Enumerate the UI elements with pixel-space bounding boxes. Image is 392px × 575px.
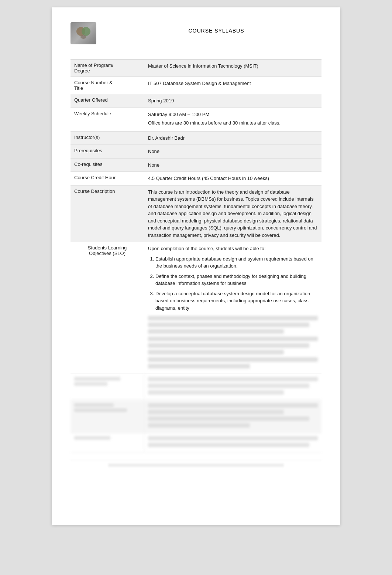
logo-image: [71, 22, 96, 44]
label-program: Name of Program/ Degree: [71, 59, 144, 76]
value-slo: Upon completion of the course, students …: [144, 242, 321, 374]
label-description: Course Description: [71, 186, 144, 242]
syllabus-table: Name of Program/ Degree Master of Scienc…: [71, 59, 321, 453]
label-prerequisites: Prerequisites: [71, 145, 144, 158]
page-footer: [71, 460, 321, 470]
page-title-area: COURSE SYLLABUS: [111, 22, 321, 34]
value-weekly-schedule: Saturday 9:00 AM – 1:00 PM Office hours …: [144, 108, 321, 131]
value-credit-hour: 4.5 Quarter Credit Hours (45 Contact Hou…: [144, 172, 321, 185]
blurred-content: [148, 316, 318, 368]
value-instructor: Dr. Ardeshir Badr: [144, 132, 321, 145]
label-weekly-schedule: Weekly Schedule: [71, 108, 144, 131]
svg-point-2: [80, 35, 86, 39]
logo-area: [71, 22, 100, 48]
table-row: Name of Program/ Degree Master of Scienc…: [71, 59, 321, 77]
table-row-slo: Students Learning Objectives (SLO) Upon …: [71, 242, 321, 374]
label-instructor: Instructor(s): [71, 132, 144, 145]
value-quarter: Spring 2019: [144, 94, 321, 108]
value-prerequisites: None: [144, 145, 321, 158]
table-row: Instructor(s) Dr. Ardeshir Badr: [71, 132, 321, 145]
blurred-value-area-3: [144, 433, 321, 452]
page-header: COURSE SYLLABUS: [71, 22, 321, 48]
label-slo: Students Learning Objectives (SLO): [71, 242, 144, 374]
table-row: Quarter Offered Spring 2019: [71, 94, 321, 108]
table-row: Course Number & Title IT 507 Database Sy…: [71, 77, 321, 94]
svg-point-1: [82, 27, 90, 36]
footer-text: [108, 463, 284, 467]
table-row: Co-requisites None: [71, 159, 321, 172]
blurred-row-3: [71, 433, 321, 453]
page-container: COURSE SYLLABUS Name of Program/ Degree …: [52, 7, 340, 525]
blurred-row-1: [71, 374, 321, 400]
slo-list: Establish appropriate database design an…: [148, 255, 318, 312]
table-row: Course Description This course is an int…: [71, 186, 321, 242]
page-title: COURSE SYLLABUS: [111, 28, 321, 34]
value-program: Master of Science in Information Technol…: [144, 59, 321, 76]
label-course-number: Course Number & Title: [71, 77, 144, 94]
blurred-label-area-3: [71, 433, 144, 452]
slo-item-2: Define the context, phases and methodolo…: [155, 273, 318, 287]
table-row: Prerequisites None: [71, 145, 321, 159]
table-row: Weekly Schedule Saturday 9:00 AM – 1:00 …: [71, 108, 321, 132]
value-corequisites: None: [144, 159, 321, 172]
value-course-number: IT 507 Database System Design & Manageme…: [144, 77, 321, 94]
table-row: Course Credit Hour 4.5 Quarter Credit Ho…: [71, 172, 321, 186]
blurred-value-area: [144, 374, 321, 400]
blurred-label-area: [71, 374, 144, 400]
blurred-label-area-2: [71, 400, 144, 433]
blurred-row-2: [71, 400, 321, 433]
slo-item-1: Establish appropriate database design an…: [155, 255, 318, 270]
value-description: This course is an introduction to the th…: [144, 186, 321, 242]
label-credit-hour: Course Credit Hour: [71, 172, 144, 185]
slo-item-3: Develop a conceptual database system des…: [155, 290, 318, 312]
label-quarter: Quarter Offered: [71, 94, 144, 108]
blurred-value-area-2: [144, 400, 321, 433]
label-corequisites: Co-requisites: [71, 159, 144, 172]
